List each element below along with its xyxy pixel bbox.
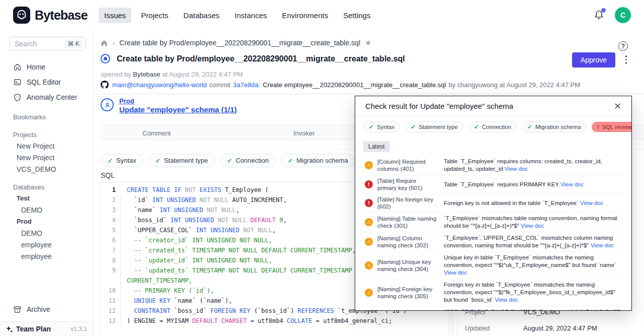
check-icon: ✓ (474, 123, 479, 130)
line-number: 13 (101, 316, 121, 326)
archive-icon (13, 305, 22, 314)
assignee-person-icon (101, 98, 114, 111)
column-header-comment: Comment (142, 125, 171, 141)
check-rule-description: `T_Employee`.`UPPER_CASE_COL` mismatches… (444, 234, 623, 249)
view-doc-link[interactable]: View doc (505, 166, 528, 172)
issue-open-icon (101, 54, 110, 63)
modal-check-badges: ✓Syntax✓Statement type✓Connection✓Migrat… (363, 121, 623, 132)
commit-sha-link[interactable]: 3a7e8da: (233, 81, 260, 89)
check-badge-connection: ✓Connection (468, 121, 517, 132)
view-doc-link[interactable]: View doc (580, 200, 603, 206)
sidebar-item-employee[interactable]: employee (0, 250, 93, 262)
code-text: -- PRIMARY KEY (`id`), (121, 286, 214, 296)
view-doc-link[interactable]: View doc (560, 181, 584, 187)
check-badge-label: Connection (235, 157, 269, 164)
line-number: 11 (101, 296, 121, 306)
check-result-row: ⚠[Naming] Unique key naming check (304)U… (363, 251, 623, 279)
check-badge-migration-schema: ✓Migration schema (522, 121, 587, 132)
latest-filter-chip[interactable]: Latest (363, 141, 390, 152)
nav-item-projects[interactable]: Projects (135, 8, 174, 23)
search-input[interactable] (15, 40, 60, 48)
view-doc-link[interactable]: View doc (521, 223, 544, 229)
bytebase-logo[interactable]: Bytebase (13, 7, 94, 24)
check-rule-description: "CREATE TABLE IF NOT EXISTS T_Employee (… (444, 308, 623, 311)
check-badge-label: Syntax (377, 124, 394, 130)
check-badge-statement-type: ✓Statement type (405, 121, 463, 132)
nav-item-databases[interactable]: Databases (178, 8, 225, 23)
code-line: 13) ENGINE = MYISAM DEFAULT CHARSET = ut… (101, 316, 453, 326)
sidebar-item-vcs_demo[interactable]: VCS_DEMO (0, 163, 93, 175)
issue-opened-line: opened by Bytebase at August 29, 2022 4:… (101, 71, 243, 78)
check-badge-migration-schema[interactable]: ✓Migration schema (281, 154, 355, 167)
breadcrumb-chevron: › (113, 39, 115, 47)
plan-label: Team Plan (16, 325, 51, 333)
stage-env-link[interactable]: Prod (119, 97, 236, 105)
sidebar-item-sql-editor[interactable]: SQL Editor (0, 75, 93, 90)
home-icon[interactable] (100, 39, 108, 47)
code-text: CURRENT_TIMESTAMP, (121, 276, 192, 286)
top-navbar: Bytebase IssuesProjectsDatabasesInstance… (0, 0, 644, 30)
line-number: 1 (101, 185, 121, 195)
code-text: -- `updater_id` INT UNSIGNED NOT NULL, (121, 255, 272, 265)
check-badge-syntax[interactable]: ✓Syntax (101, 154, 143, 167)
error-icon: ! (365, 180, 373, 188)
view-doc-link[interactable]: View doc (591, 242, 614, 248)
issue-opener: Bytebase (133, 71, 160, 78)
nav-item-instances[interactable]: Instances (229, 8, 272, 23)
brand-name: Bytebase (35, 8, 88, 23)
check-result-list: ⚠[Column] Required columns (401)Table `T… (363, 156, 623, 311)
user-avatar[interactable]: C (615, 7, 631, 23)
sidebar-item-archive[interactable]: Archive (0, 302, 93, 317)
check-rule-title: [Naming] Unique key naming check (304) (377, 258, 437, 273)
view-doc-link[interactable]: View doc (444, 270, 467, 276)
line-number: 4 (101, 215, 121, 225)
check-rule-title: [Naming] Column naming check (302) (377, 235, 437, 249)
check-badge-label: Statement type (164, 157, 208, 164)
sidebar-item-new-project[interactable]: New Project (0, 152, 93, 163)
check-rule-description: `T_Employee` mismatches table naming con… (444, 215, 623, 230)
check-badge-statement-type[interactable]: ✓Statement type (148, 154, 215, 167)
view-doc-link[interactable]: View doc (495, 297, 518, 303)
approve-button[interactable]: Approve (572, 52, 615, 68)
check-result-row: ⚠[Naming] Foreign key naming check (305)… (363, 279, 623, 306)
bookmark-star-icon[interactable]: ★ (365, 38, 371, 47)
sidebar-item-demo[interactable]: DEMO (0, 227, 93, 239)
plan-footer[interactable]: Team Plan v1.3.1 (0, 321, 93, 336)
sidebar-section-projects: Projects (0, 129, 93, 140)
code-text: `boss_id` INT UNSIGNED NOT NULL DEFAULT … (121, 215, 287, 225)
code-text: -- `updated_ts` TIMESTAMP NOT NULL DEFAU… (121, 265, 388, 276)
check-icon: ✓ (108, 157, 113, 164)
more-actions-kebab-icon[interactable] (625, 55, 627, 64)
meta-label: Updated (465, 324, 523, 332)
warning-icon: ⚠ (365, 261, 373, 270)
code-text: `name` INT UNSIGNED NOT NULL, (121, 205, 239, 215)
check-badge-connection[interactable]: ✓Connection (220, 154, 276, 167)
check-rule-description: Unique key in table `T_Employee` mismatc… (444, 254, 623, 277)
sidebar-item-anomaly-center[interactable]: Anomaly Center (0, 90, 93, 105)
nav-item-settings[interactable]: Settings (338, 8, 376, 23)
sidebar-item-prod: Prod (0, 216, 93, 227)
sidebar-item-employee[interactable]: employee (0, 239, 93, 250)
check-badge-label: Statement type (419, 124, 457, 130)
check-result-row: ![Table] Require primary key (601)Table … (363, 175, 623, 193)
commit-branch-link[interactable]: main@changyuwong/hello-world (112, 81, 207, 89)
search-box[interactable]: ⌘ K (9, 37, 86, 50)
main-nav: IssuesProjectsDatabasesInstancesEnvironm… (99, 8, 376, 23)
close-icon[interactable]: ✕ (614, 102, 621, 111)
notifications-bell[interactable] (594, 9, 605, 21)
check-result-modal: Check result for Update "employee" schem… (355, 96, 632, 311)
sidebar-item-demo[interactable]: DEMO (0, 204, 93, 216)
error-exclamation-icon: ! (597, 124, 599, 130)
nav-item-issues[interactable]: Issues (99, 8, 131, 23)
nav-item-environments[interactable]: Environments (276, 8, 334, 23)
check-icon: ✓ (527, 123, 532, 130)
sql-section-label: SQL (101, 171, 115, 179)
sidebar-item-new-project[interactable]: New Project (0, 140, 93, 152)
code-text: `id` INT UNSIGNED NOT NULL AUTO_INCREMEN… (121, 195, 287, 205)
check-badge-label: Connection (482, 124, 511, 130)
warning-icon: ⚠ (365, 289, 373, 297)
stage-task-link[interactable]: Update "employee" schema (1/1) (119, 105, 236, 114)
sidebar-item-home[interactable]: Home (0, 59, 93, 75)
check-result-row: ⚠[Naming] Table naming check (301)`T_Emp… (363, 212, 623, 232)
help-icon[interactable]: ? (618, 41, 628, 51)
